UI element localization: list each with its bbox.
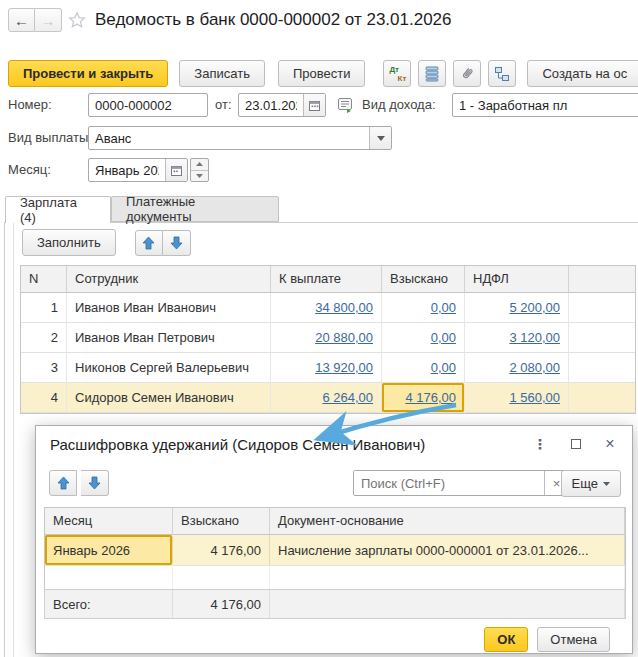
income-kind-field-wrap [452, 93, 638, 117]
post-button[interactable]: Провести [278, 60, 366, 87]
maximize-icon [571, 439, 581, 449]
chevron-down-icon [377, 136, 385, 141]
forward-button[interactable]: → [35, 8, 62, 32]
month-field-wrap [88, 158, 188, 182]
table-row[interactable]: 1 Иванов Иван Иванович 34 800,00 0,00 5 … [21, 293, 635, 323]
tab-salary[interactable]: Зарплата (4) [5, 196, 111, 223]
date-input[interactable] [239, 94, 303, 116]
attachments-button[interactable] [453, 60, 481, 87]
arrow-down-icon [88, 476, 101, 490]
fill-button[interactable]: Заполнить [22, 229, 116, 256]
related-documents-icon [494, 66, 510, 82]
col-header-month: Месяц [45, 508, 173, 535]
ndfl-link[interactable]: 2 080,00 [509, 360, 560, 375]
document-cell: Начисление зарплаты 0000-000001 от 23.01… [270, 535, 625, 565]
month-input[interactable] [89, 159, 165, 181]
month-calendar-button[interactable] [165, 159, 187, 181]
structure-links-button[interactable] [488, 60, 516, 87]
registers-button[interactable] [418, 60, 446, 87]
arrow-down-icon [170, 236, 183, 250]
payment-kind-label: Вид выплаты: [8, 126, 92, 150]
withheld-link[interactable]: 0,00 [431, 300, 456, 315]
withheld-cell-selected[interactable]: 4 176,00 [382, 383, 465, 413]
totals-row: Всего: 4 176,00 [44, 589, 626, 619]
fill-from-document-icon[interactable] [337, 96, 355, 114]
col-header-ndfl: НДФЛ [465, 266, 569, 293]
withheld-link[interactable]: 4 176,00 [405, 390, 456, 405]
create-based-on-button[interactable]: Создать на ос [527, 60, 638, 87]
favorite-star-icon[interactable] [68, 11, 86, 29]
payment-kind-dropdown-button[interactable] [369, 127, 391, 149]
payout-link[interactable]: 6 264,00 [322, 390, 373, 405]
date-field-wrap [238, 93, 326, 117]
post-and-close-button[interactable]: Провести и закрыть [8, 60, 168, 87]
employee-cell: Никонов Сергей Валерьевич [67, 353, 271, 383]
ok-button[interactable]: ОК [484, 627, 528, 652]
dtkt-postings-button[interactable]: ДтКт [383, 60, 411, 87]
month-spin-down-button[interactable] [191, 171, 208, 182]
back-arrow-icon: ← [14, 13, 29, 28]
forward-arrow-icon: → [41, 13, 56, 28]
month-spin-up-button[interactable] [191, 159, 208, 171]
table-row[interactable]: 3 Никонов Сергей Валерьевич 13 920,00 0,… [21, 353, 635, 383]
back-button[interactable]: ← [8, 8, 35, 32]
income-kind-label: Вид дохода: [362, 93, 436, 117]
payout-link[interactable]: 20 880,00 [315, 330, 373, 345]
dialog-close-button[interactable]: × [600, 435, 620, 453]
ndfl-link[interactable]: 1 560,00 [509, 390, 560, 405]
table-row-selected[interactable]: 4 Сидоров Семен Иванович 6 264,00 4 176,… [21, 383, 635, 413]
table-row-selected[interactable]: Январь 2026 4 176,00 Начисление зарплаты… [45, 535, 625, 565]
ndfl-link[interactable]: 3 120,00 [509, 330, 560, 345]
row-number: 4 [21, 383, 67, 413]
save-button[interactable]: Записать [179, 60, 265, 87]
paperclip-icon [457, 63, 478, 84]
col-header-withheld: Взыскано [382, 266, 465, 293]
calendar-icon [171, 165, 182, 176]
col-header-payout: К выплате [271, 266, 382, 293]
dialog-move-up-button[interactable] [49, 470, 77, 496]
month-label: Месяц: [8, 158, 51, 182]
date-calendar-button[interactable] [303, 94, 325, 116]
search-input[interactable] [354, 471, 544, 495]
number-label: Номер: [8, 93, 52, 117]
more-actions-button[interactable]: Еще [561, 470, 621, 497]
main-toolbar: Провести и закрыть Записать Провести ДтК… [8, 60, 638, 87]
payout-link[interactable]: 13 920,00 [315, 360, 373, 375]
total-label: Всего: [45, 590, 173, 618]
income-kind-input[interactable] [453, 94, 638, 116]
col-header-n: N [21, 266, 67, 293]
dialog-move-down-button[interactable] [81, 470, 109, 496]
ndfl-link[interactable]: 5 200,00 [509, 300, 560, 315]
employee-cell: Сидоров Семен Иванович [67, 383, 271, 413]
number-input[interactable] [89, 94, 207, 116]
withholding-table-header: Месяц Взыскано Документ-основание [45, 508, 625, 535]
number-field-wrap [88, 93, 208, 117]
salary-table-header: N Сотрудник К выплате Взыскано НДФЛ [21, 266, 635, 293]
table-row[interactable]: 2 Иванов Иван Петрович 20 880,00 0,00 3 … [21, 323, 635, 353]
dialog-maximize-button[interactable] [566, 435, 586, 453]
payment-kind-input[interactable] [89, 127, 369, 149]
withheld-link[interactable]: 0,00 [431, 330, 456, 345]
employee-cell: Иванов Иван Петрович [67, 323, 271, 353]
withholding-detail-dialog: Расшифровка удержаний (Сидоров Семен Ива… [35, 425, 633, 654]
move-up-button[interactable] [135, 230, 163, 256]
col-header-withheld: Взыскано [173, 508, 270, 535]
calendar-icon [309, 100, 320, 111]
tab-payment-documents[interactable]: Платежные документы [111, 196, 279, 222]
table-command-bar: Заполнить [22, 229, 191, 256]
month-cell-selected[interactable]: Январь 2026 [45, 535, 173, 565]
cancel-button[interactable]: Отмена [537, 627, 610, 652]
page-title: Ведомость в банк 0000-000002 от 23.01.20… [95, 10, 452, 30]
row-number: 1 [21, 293, 67, 323]
search-field-wrap: × [353, 470, 566, 496]
withheld-link[interactable]: 0,00 [431, 360, 456, 375]
register-stack-icon [425, 66, 439, 82]
empty-row [45, 565, 625, 589]
total-value: 4 176,00 [173, 590, 270, 618]
move-down-button[interactable] [163, 230, 191, 256]
payout-link[interactable]: 34 800,00 [315, 300, 373, 315]
dialog-footer: ОК Отмена [484, 627, 610, 652]
col-header-extra [569, 266, 635, 293]
dialog-menu-button[interactable]: ⋮ [530, 435, 550, 453]
col-header-employee: Сотрудник [67, 266, 271, 293]
